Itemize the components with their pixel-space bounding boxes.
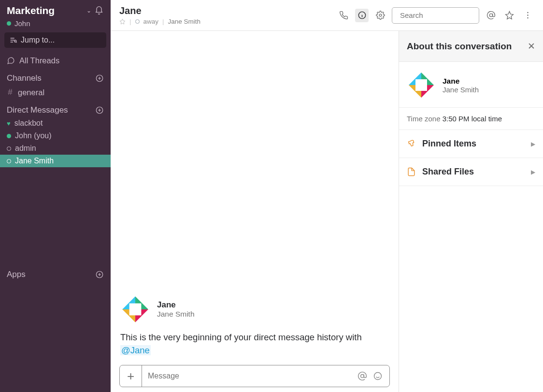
- channels-section[interactable]: Channels: [0, 68, 111, 85]
- star-icon[interactable]: [119, 18, 126, 25]
- chevron-right-icon: ▶: [531, 141, 535, 147]
- more-button[interactable]: [521, 9, 534, 22]
- channel-name: general: [18, 88, 44, 97]
- attach-button[interactable]: +: [120, 365, 142, 387]
- status-text: away: [143, 18, 159, 25]
- dm-name: admin: [15, 144, 36, 153]
- mention-icon[interactable]: [357, 371, 367, 381]
- close-icon[interactable]: ✕: [528, 41, 535, 52]
- conversation-fullname: Jane Smith: [168, 18, 201, 25]
- add-channel-icon[interactable]: [95, 74, 104, 83]
- pinned-items[interactable]: Pinned Items ▶: [399, 130, 543, 158]
- presence-away-icon: [135, 19, 140, 24]
- dm-name: Jane Smith: [15, 157, 54, 165]
- chevron-right-icon: ▶: [531, 169, 535, 175]
- add-app-icon[interactable]: [95, 270, 104, 279]
- dm-slackbot[interactable]: ♥ slackbot: [0, 117, 111, 130]
- search-box[interactable]: [392, 7, 479, 24]
- svg-point-5: [379, 14, 382, 16]
- channel-general[interactable]: # general: [0, 85, 111, 100]
- call-button[interactable]: [337, 9, 350, 22]
- dm-self[interactable]: John (you): [0, 130, 111, 142]
- svg-rect-17: [129, 304, 142, 316]
- shared-files[interactable]: Shared Files ▶: [399, 158, 543, 186]
- dm-jane[interactable]: Jane Smith: [0, 155, 111, 167]
- details-timezone: Time zone 3:50 PM local time: [399, 108, 543, 130]
- current-user-name: John: [14, 19, 30, 28]
- tz-label: Time zone: [407, 115, 440, 123]
- message-composer: +: [119, 365, 390, 387]
- svg-point-7: [489, 14, 492, 16]
- dm-header-fullname: Jane Smith: [157, 310, 195, 319]
- avatar: [407, 71, 436, 100]
- dm-admin[interactable]: admin: [0, 142, 111, 155]
- presence-away-icon: [7, 146, 11, 151]
- dm-name: John (you): [15, 131, 52, 140]
- settings-button[interactable]: [373, 9, 387, 22]
- jump-to[interactable]: Jump to...: [4, 32, 106, 48]
- svg-point-10: [527, 17, 529, 19]
- message-input[interactable]: [142, 372, 351, 380]
- dm-section[interactable]: Direct Messages: [0, 100, 111, 117]
- bell-icon[interactable]: [94, 6, 104, 15]
- heart-icon: ♥: [7, 120, 11, 127]
- conversation-title: Jane: [119, 5, 200, 16]
- apps-label: Apps: [7, 270, 95, 279]
- svg-point-19: [374, 373, 382, 380]
- avatar: [120, 294, 150, 324]
- pinned-label: Pinned Items: [422, 139, 525, 149]
- main: Jane | away | Jane Smith: [111, 0, 543, 392]
- search-input[interactable]: [400, 11, 492, 19]
- messages-area: Jane Jane Smith This is the very beginni…: [111, 31, 399, 392]
- star-button[interactable]: [502, 9, 516, 22]
- topbar: Jane | away | Jane Smith: [111, 0, 543, 31]
- details-fullname: Jane Smith: [443, 86, 479, 94]
- dm-label: Direct Messages: [7, 105, 95, 115]
- details-profile[interactable]: Jane Jane Smith: [399, 62, 543, 108]
- workspace-name: Marketing: [7, 5, 84, 16]
- details-panel: About this conversation ✕ Jane Jane Smit…: [399, 31, 543, 392]
- mention[interactable]: @Jane: [120, 345, 151, 355]
- apps-section[interactable]: Apps: [0, 264, 111, 281]
- presence-online-icon: [7, 21, 11, 26]
- workspace-header[interactable]: Marketing ⌄: [0, 0, 111, 19]
- chevron-down-icon: ⌄: [86, 7, 91, 14]
- presence-away-icon: [7, 159, 11, 163]
- svg-point-0: [14, 40, 16, 42]
- file-icon: [407, 167, 416, 176]
- svg-point-9: [527, 15, 529, 16]
- svg-point-18: [361, 375, 364, 378]
- details-title: About this conversation: [407, 41, 528, 52]
- all-threads-label: All Threads: [19, 56, 59, 65]
- sidebar: Marketing ⌄ John Jump to... All Threads …: [0, 0, 111, 392]
- intro-text: This is the very beginning of your direc…: [120, 332, 362, 342]
- jump-icon: [9, 36, 17, 44]
- dm-name: slackbot: [14, 119, 43, 128]
- dm-intro: This is the very beginning of your direc…: [120, 331, 389, 357]
- tz-value: 3:50 PM local time: [443, 115, 502, 123]
- presence-online-icon: [7, 134, 11, 138]
- details-name: Jane: [443, 77, 479, 86]
- files-label: Shared Files: [422, 167, 525, 177]
- svg-rect-26: [415, 79, 427, 91]
- emoji-icon[interactable]: [373, 371, 383, 381]
- svg-point-8: [527, 12, 529, 14]
- jump-label: Jump to...: [21, 36, 55, 44]
- hash-icon: #: [7, 87, 14, 97]
- info-button[interactable]: [355, 9, 369, 22]
- all-threads[interactable]: All Threads: [0, 54, 111, 68]
- mentions-button[interactable]: [484, 9, 498, 22]
- dm-header-name: Jane: [157, 300, 195, 310]
- current-user[interactable]: John: [0, 19, 111, 32]
- pin-icon: [407, 139, 416, 148]
- threads-icon: [7, 57, 15, 65]
- add-dm-icon[interactable]: [95, 106, 104, 115]
- channels-label: Channels: [7, 73, 95, 83]
